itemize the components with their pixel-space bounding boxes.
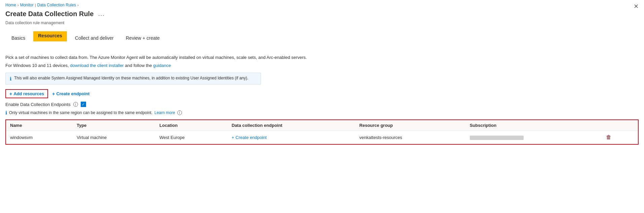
checkbox-label: Enable Data Collection Endpoints — [5, 102, 71, 107]
breadcrumb-sep-3: › — [77, 3, 79, 7]
resources-table: Name Type Location Data collection endpo… — [6, 120, 638, 144]
learn-more-info-icon: i — [177, 110, 182, 115]
learn-more-link[interactable]: Learn more — [154, 110, 175, 115]
row-delete-cell: 🗑 — [600, 131, 638, 144]
tabs-row: Basics Resources Collect and deliver Rev… — [0, 29, 644, 43]
toolbar: + Add resources + Create endpoint — [5, 89, 639, 98]
breadcrumb: Home › Monitor | Data Collection Rules › — [0, 0, 644, 9]
checkbox-row: Enable Data Collection Endpoints i ✓ — [5, 102, 639, 107]
breadcrumb-sep-1: › — [17, 3, 19, 7]
col-name: Name — [6, 120, 73, 131]
col-resource-group: Resource group — [355, 120, 466, 131]
breadcrumb-home[interactable]: Home — [5, 3, 16, 7]
enable-endpoints-checkbox[interactable]: ✓ — [81, 102, 86, 107]
row-resource-group: venkattests-resources — [355, 131, 466, 144]
guidance-link[interactable]: guidance — [153, 63, 171, 68]
row-subscription — [466, 131, 600, 144]
plus-icon-add: + — [9, 92, 12, 96]
row-endpoint: + Create endpoint — [228, 131, 355, 144]
description-line2: For Windows 10 and 11 devices, download … — [5, 62, 639, 69]
page-subtitle: Data collection rule management — [0, 21, 644, 29]
checkmark-icon: ✓ — [82, 103, 85, 106]
resources-table-wrapper: Name Type Location Data collection endpo… — [5, 119, 639, 145]
add-resources-label: Add resources — [13, 91, 44, 96]
col-type: Type — [73, 120, 155, 131]
table-body: windowsvm Virtual machine West Europe + … — [6, 131, 638, 144]
row-create-endpoint-button[interactable]: + Create endpoint — [232, 135, 267, 140]
add-resources-button[interactable]: + Add resources — [5, 89, 48, 98]
row-create-endpoint-plus: + — [232, 135, 234, 140]
col-subscription: Subscription — [466, 120, 600, 131]
tab-collect[interactable]: Collect and deliver — [69, 33, 120, 43]
row-name: windowsvm — [6, 131, 73, 144]
info-banner-text: This will also enable System Assigned Ma… — [14, 76, 248, 80]
row-create-endpoint-label: Create endpoint — [235, 135, 267, 140]
subscription-blurred-value — [470, 136, 524, 140]
info-banner-icon: ℹ — [10, 76, 11, 81]
breadcrumb-dcr[interactable]: Data Collection Rules — [37, 3, 76, 7]
tab-basics[interactable]: Basics — [5, 33, 31, 43]
col-endpoint: Data collection endpoint — [228, 120, 355, 131]
plus-icon-create: + — [52, 92, 55, 96]
info-banner: ℹ This will also enable System Assigned … — [5, 73, 261, 84]
row-type: Virtual machine — [73, 131, 155, 144]
create-endpoint-toolbar-button[interactable]: + Create endpoint — [52, 91, 89, 96]
region-note: ℹ Only virtual machines in the same regi… — [5, 110, 639, 115]
col-actions — [600, 120, 638, 131]
cursor-area — [5, 145, 639, 172]
region-info-icon: ℹ — [5, 110, 7, 115]
tab-review[interactable]: Review + create — [120, 33, 166, 43]
region-note-text: Only virtual machines in the same region… — [9, 110, 152, 115]
breadcrumb-monitor[interactable]: Monitor — [20, 3, 34, 7]
table-header: Name Type Location Data collection endpo… — [6, 120, 638, 131]
close-button[interactable]: ✕ — [634, 3, 639, 9]
description-line1: Pick a set of machines to collect data f… — [5, 54, 639, 61]
col-location: Location — [155, 120, 228, 131]
breadcrumb-sep-2: | — [35, 3, 36, 7]
client-installer-link[interactable]: download the client installer — [70, 63, 124, 68]
table-row: windowsvm Virtual machine West Europe + … — [6, 131, 638, 144]
row-location: West Europe — [155, 131, 228, 144]
tab-resources[interactable]: Resources — [31, 29, 69, 43]
create-endpoint-toolbar-label: Create endpoint — [56, 91, 89, 96]
checkbox-info-icon: i — [73, 102, 78, 107]
ellipsis-button[interactable]: ... — [96, 10, 107, 18]
row-delete-button[interactable]: 🗑 — [604, 134, 613, 141]
content-area: Pick a set of machines to collect data f… — [0, 49, 644, 172]
page-title: Create Data Collection Rule — [5, 10, 93, 18]
page-header: Create Data Collection Rule ... — [0, 9, 644, 21]
